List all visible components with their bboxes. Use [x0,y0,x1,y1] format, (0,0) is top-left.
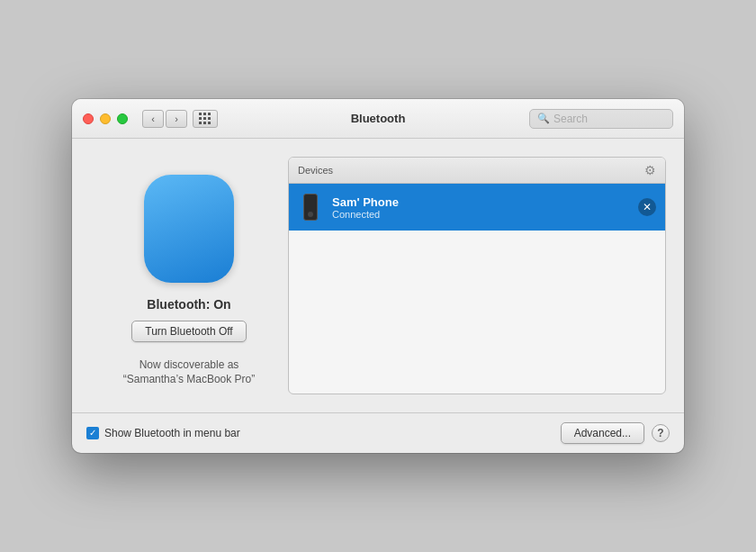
bluetooth-symbol-icon: ⠀ [169,202,209,256]
devices-label: Devices [298,165,333,176]
gear-icon[interactable]: ⚙ [644,163,656,177]
bluetooth-toggle-button[interactable]: Turn Bluetooth Off [131,321,246,342]
show-bluetooth-checkbox[interactable]: ✓ [86,427,99,439]
bluetooth-window: ‹ › Bluetooth 🔍 Search ⠀ Bluetooth: On [72,99,684,453]
close-button[interactable] [83,113,94,124]
minimize-button[interactable] [100,113,111,124]
checkmark-icon: ✓ [89,429,96,438]
show-bluetooth-checkbox-container: ✓ Show Bluetooth in menu bar [86,427,240,439]
discoverable-text: Now discoverable as [140,357,239,373]
phone-shape-icon [303,194,318,221]
device-status: Connected [332,209,638,220]
show-bluetooth-label: Show Bluetooth in menu bar [104,427,240,439]
forward-button[interactable]: › [166,110,187,128]
left-panel: ⠀ Bluetooth: On Turn Bluetooth Off Now d… [90,157,288,394]
help-button[interactable]: ? [652,424,670,442]
maximize-button[interactable] [117,113,128,124]
device-list: Sam' Phone Connected ✕ [289,184,665,394]
bluetooth-icon-container: ⠀ [144,175,234,283]
search-placeholder: Search [554,113,588,125]
main-content: ⠀ Bluetooth: On Turn Bluetooth Off Now d… [72,139,684,412]
grid-icon [199,113,212,125]
search-icon: 🔍 [537,113,550,124]
advanced-button[interactable]: Advanced... [561,422,644,444]
remove-device-button[interactable]: ✕ [638,198,656,216]
bluetooth-status-label: Bluetooth: On [147,297,230,312]
discoverable-name: “Samantha’s MacBook Pro” [123,373,256,385]
search-box[interactable]: 🔍 Search [529,109,673,129]
back-icon: ‹ [151,113,155,124]
forward-icon: › [175,113,178,124]
grid-view-button[interactable] [193,110,218,128]
devices-panel: Devices ⚙ Sam' Phone Connected ✕ [288,157,666,394]
window-title: Bluetooth [351,112,406,125]
device-item[interactable]: Sam' Phone Connected ✕ [289,184,665,231]
close-icon: ✕ [643,201,652,213]
traffic-lights [83,113,128,124]
nav-buttons: ‹ › [142,110,187,128]
bottom-bar: ✓ Show Bluetooth in menu bar Advanced...… [72,412,684,453]
device-info: Sam' Phone Connected [332,195,638,220]
back-button[interactable]: ‹ [142,110,164,128]
titlebar: ‹ › Bluetooth 🔍 Search [72,99,684,139]
devices-header: Devices ⚙ [289,158,665,184]
device-name: Sam' Phone [332,195,638,209]
device-phone-icon [298,191,323,223]
